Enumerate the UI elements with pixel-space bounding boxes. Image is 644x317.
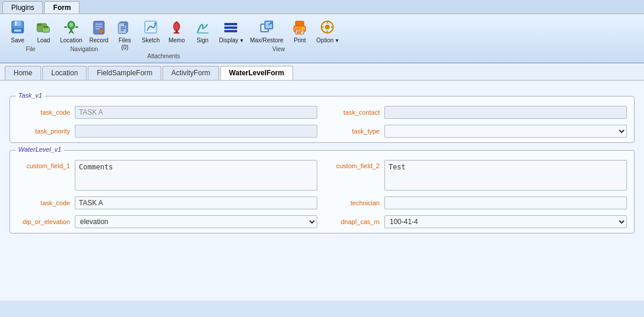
location-button[interactable]: Location bbox=[57, 16, 86, 45]
display-label: Display ▾ bbox=[219, 37, 243, 44]
sign-button[interactable]: Sign bbox=[190, 16, 215, 52]
task-v1-title: Task_v1 bbox=[16, 92, 45, 99]
svg-point-29 bbox=[154, 22, 157, 25]
custom-fields-row: custom_field_1 Comments custom_field_2 T… bbox=[17, 160, 627, 191]
print-icon bbox=[290, 18, 309, 36]
custom-field-2-input[interactable]: Test bbox=[384, 160, 627, 191]
svg-rect-52 bbox=[321, 26, 324, 28]
svg-rect-2 bbox=[15, 21, 16, 25]
tab-waterlevelform[interactable]: WaterLevelForm bbox=[220, 66, 293, 80]
task-priority-field: task_priority bbox=[17, 125, 317, 138]
svg-point-47 bbox=[302, 27, 304, 29]
files-label: Files(0) bbox=[119, 37, 131, 51]
technician-input[interactable] bbox=[384, 196, 627, 209]
record-button[interactable]: Record bbox=[86, 16, 112, 45]
save-label: Save bbox=[11, 37, 25, 44]
attachments-group-label: Attachments bbox=[112, 52, 215, 60]
tab-fieldsampleform[interactable]: FieldSampleForm bbox=[88, 66, 161, 80]
memo-label: Memo bbox=[168, 37, 185, 44]
svg-rect-36 bbox=[224, 26, 237, 29]
dip-or-elevation-field: dip_or_elevation elevation dip bbox=[17, 215, 317, 228]
nav-tab-bar: Home Location FieldSampleForm ActivityFo… bbox=[0, 64, 644, 81]
main-content: Task_v1 task_code task_contact task_prio… bbox=[0, 81, 644, 301]
option-label: Option ▾ bbox=[316, 37, 338, 44]
record-icon bbox=[89, 18, 108, 36]
memo-icon bbox=[167, 18, 186, 36]
svg-rect-17 bbox=[95, 28, 100, 29]
sign-label: Sign bbox=[197, 37, 208, 44]
sketch-button[interactable]: Sketch bbox=[138, 16, 164, 52]
task-code-field: task_code bbox=[17, 106, 317, 119]
memo-button[interactable]: Memo bbox=[164, 16, 190, 52]
save-icon bbox=[8, 18, 27, 36]
svg-marker-11 bbox=[69, 29, 74, 34]
maxrestore-label: Max/Restore bbox=[250, 37, 284, 44]
navigation-group-label: Navigation bbox=[57, 45, 112, 53]
svg-rect-51 bbox=[327, 31, 328, 33]
tab-form[interactable]: Form bbox=[44, 1, 79, 14]
files-button[interactable]: Files(0) bbox=[112, 16, 138, 52]
task-priority-label: task_priority bbox=[17, 128, 70, 135]
task-code-label: task_code bbox=[17, 109, 70, 116]
toolbar-group-file: Save Load File bbox=[5, 16, 57, 53]
location-label: Location bbox=[60, 37, 82, 44]
task-contact-input[interactable] bbox=[384, 106, 627, 119]
svg-rect-45 bbox=[297, 31, 303, 32]
custom-field-2-field: custom_field_2 Test bbox=[327, 160, 627, 191]
task-type-field: task_type bbox=[327, 125, 627, 138]
dnapl-cas-rn-select[interactable]: 100-41-4 bbox=[384, 215, 627, 228]
task-code-2-label: task_code bbox=[17, 199, 70, 206]
tab-activityform[interactable]: ActivityForm bbox=[162, 66, 219, 80]
custom-field-1-input[interactable]: Comments bbox=[75, 160, 317, 191]
load-label: Load bbox=[37, 37, 50, 44]
task-code-2-field: task_code bbox=[17, 196, 317, 209]
maxrestore-button[interactable]: Max/Restore bbox=[247, 16, 287, 45]
svg-rect-44 bbox=[296, 29, 304, 34]
svg-rect-1 bbox=[14, 21, 21, 26]
dip-or-elevation-select[interactable]: elevation dip bbox=[75, 215, 317, 228]
custom-field-1-field: custom_field_1 Comments bbox=[17, 160, 317, 191]
svg-rect-13 bbox=[75, 26, 78, 28]
svg-rect-6 bbox=[37, 24, 42, 26]
task-code-2-row: task_code technician bbox=[17, 196, 627, 209]
task-contact-field: task_contact bbox=[327, 106, 627, 119]
svg-rect-16 bbox=[95, 26, 102, 27]
sign-icon bbox=[193, 18, 212, 36]
task-code-2-input[interactable] bbox=[75, 196, 317, 209]
svg-rect-12 bbox=[64, 26, 67, 28]
save-button[interactable]: Save bbox=[5, 16, 31, 45]
svg-rect-35 bbox=[224, 23, 237, 25]
load-icon bbox=[34, 18, 53, 36]
svg-rect-53 bbox=[331, 26, 333, 28]
print-button[interactable]: Print bbox=[287, 16, 313, 45]
tab-home[interactable]: Home bbox=[5, 66, 41, 80]
technician-label: technician bbox=[327, 199, 380, 206]
sketch-icon bbox=[141, 18, 160, 36]
sketch-label: Sketch bbox=[142, 37, 160, 44]
svg-rect-32 bbox=[174, 32, 180, 34]
files-icon bbox=[115, 18, 134, 36]
dip-or-elevation-label: dip_or_elevation bbox=[17, 218, 70, 225]
task-priority-input[interactable] bbox=[75, 125, 317, 138]
task-code-input[interactable] bbox=[75, 106, 317, 119]
toolbar: Save Load File Location bbox=[0, 14, 644, 64]
top-tab-bar: Plugins Form bbox=[0, 0, 644, 14]
dnapl-cas-rn-field: dnapl_cas_rn 100-41-4 bbox=[327, 215, 627, 228]
display-button[interactable]: Display ▾ bbox=[215, 16, 247, 45]
technician-field: technician bbox=[327, 196, 627, 209]
svg-point-10 bbox=[69, 23, 73, 27]
tab-plugins[interactable]: Plugins bbox=[2, 1, 43, 14]
task-type-label: task_type bbox=[327, 128, 380, 135]
task-v1-section: Task_v1 task_code task_contact task_prio… bbox=[9, 96, 635, 143]
svg-rect-33 bbox=[176, 21, 177, 23]
option-button[interactable]: Option ▾ bbox=[313, 16, 341, 45]
dip-elevation-row: dip_or_elevation elevation dip dnapl_cas… bbox=[17, 215, 627, 228]
task-type-select[interactable] bbox=[384, 125, 627, 138]
load-button[interactable]: Load bbox=[31, 16, 57, 45]
tab-location[interactable]: Location bbox=[42, 66, 87, 80]
waterlevel-v1-section: WaterLevel_v1 custom_field_1 Comments cu… bbox=[9, 150, 635, 233]
svg-rect-26 bbox=[121, 28, 125, 29]
svg-rect-42 bbox=[296, 21, 304, 26]
display-icon bbox=[221, 18, 240, 36]
svg-rect-50 bbox=[327, 21, 328, 24]
